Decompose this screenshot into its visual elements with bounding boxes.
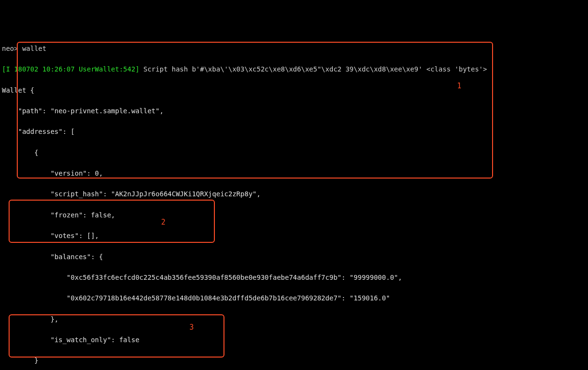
log-line: [I 180702 10:26:07 UserWallet:542] Scrip… bbox=[2, 64, 586, 75]
prompt-line[interactable]: neo> wallet bbox=[2, 44, 586, 54]
log-message: Script hash b'#\xba\'\x03\xc52c\xe8\xd6\… bbox=[140, 65, 487, 73]
log-prefix: [I 180702 10:26:07 UserWallet:542] bbox=[2, 65, 140, 73]
addr-is-watch-only: "is_watch_only": false bbox=[2, 335, 586, 346]
addr-version: "version": 0, bbox=[2, 168, 586, 179]
addr-balances-open: "balances": { bbox=[2, 252, 586, 263]
wallet-path: "path": "neo-privnet.sample.wallet", bbox=[2, 106, 586, 117]
addr-balances-close: }, bbox=[2, 314, 586, 325]
addr-obj-close: } bbox=[2, 356, 586, 366]
wallet-open: Wallet { bbox=[2, 85, 586, 96]
addr-balance-gas: "0x602c79718b16e442de58778e148d0b1084e3b… bbox=[2, 293, 586, 304]
addr-obj-open: { bbox=[2, 148, 586, 158]
addr-script-hash: "script_hash": "AK2nJJpJr6o664CWJKi1QRXj… bbox=[2, 189, 586, 200]
addresses-open: "addresses": [ bbox=[2, 127, 586, 137]
addr-frozen: "frozen": false, bbox=[2, 210, 586, 221]
addr-balance-neo: "0xc56f33fc6ecfcd0c225c4ab356fee59390af8… bbox=[2, 273, 586, 283]
addr-votes: "votes": [], bbox=[2, 231, 586, 241]
